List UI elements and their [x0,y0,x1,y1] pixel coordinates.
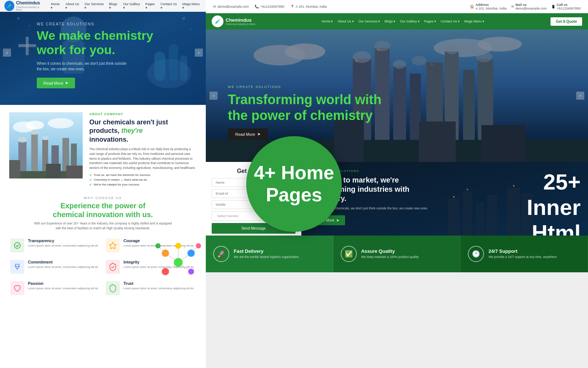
left-logo-text-wrap: Chemindus Chemical Industry & More [16,1,44,11]
nav-home[interactable]: Home ▾ [51,2,62,10]
assure-quality-desc: We keep maintain a 100% product quality [361,255,419,259]
rnav-services[interactable]: Our Services ▾ [358,20,380,23]
left-hero-next[interactable]: › [195,49,203,57]
fast-delivery-title: Fast Delivery [234,248,300,254]
call-icon: 📱 [551,5,555,8]
bubble-text: 4+ Home Pages [254,162,334,206]
support-desc: We provide a 24/7 support at any time, a… [488,255,557,259]
right-topbar-right: 🏠 Address A 101, Mumbai, India ✉ Mail us… [470,3,581,10]
check-1: ✔Trust us, we have the elements for succ… [89,173,197,177]
rnav-home[interactable]: Home ▾ [322,20,333,23]
right-hero-title-green: chemistry [310,108,373,123]
address-label: Address [476,3,507,7]
nav-gallery[interactable]: Our Gallery ▾ [123,2,142,10]
svg-point-23 [18,137,27,143]
transparency-icon [10,238,24,252]
call-label: Call us [557,3,581,7]
rnav-about[interactable]: About Us ▾ [337,20,354,23]
commitment-title: Commitment [28,260,98,264]
rnav-gallery[interactable]: Our Gallery ▾ [400,20,420,23]
left-nav-links: Home ▾ About Us ▾ Our Services ▾ Blogs ▾… [51,2,201,10]
topbar-mail-label: ✉ Mail us demo@example.com [511,3,547,10]
rnav-mega[interactable]: Mega Menu ▾ [464,20,484,23]
right-topbar: ✉ demo@example.com 📞 +911234567890 📍 A 1… [206,0,588,13]
check-2: ✔Chemistry in motion — that's what we do… [89,178,197,182]
about-title: Our chemicals aren't just products, they… [89,118,197,144]
rnav-pages[interactable]: Pages ▾ [424,20,436,23]
assure-quality-title: Assure Quality [361,248,419,254]
read-more-arrow: ➤ [65,81,68,85]
feature-support: 🕐 24/7 Support We provide a 24/7 support… [460,236,588,272]
right-hero-next[interactable]: › [576,92,584,100]
integrity-icon [106,260,120,274]
svg-point-16 [48,118,74,128]
courage-icon [106,238,120,252]
right-hero-arrow: ➤ [257,132,261,137]
molecule-decoration [154,238,202,286]
about-checks: ✔Trust us, we have the elements for succ… [89,173,197,187]
nav-mega[interactable]: Mega Menu ▾ [182,2,201,10]
passion-title: Passion [28,281,98,286]
svg-point-46 [196,243,201,248]
right-about-btn-arrow: ➤ [336,218,339,222]
call-detail: Call us +911234567890 [557,3,581,10]
right-logo-icon: 🧪 [212,15,223,27]
left-hero-prev[interactable]: ‹ [3,49,11,57]
value-transparency: Transparency Lorem ipsum dolor sit amet,… [7,235,103,256]
nav-services[interactable]: Our Services ▾ [85,2,105,10]
address-detail: Address A 101, Mumbai, India [476,3,507,10]
values-grid: Transparency Lorem ipsum dolor sit amet,… [0,235,206,299]
svg-point-24 [31,130,38,135]
topbar-email: ✉ demo@example.com [213,5,249,8]
transparency-desc: Lorem ipsum dolor sit amet, consectetur … [28,244,98,248]
left-about-text: ABOUT COMPANY Our chemicals aren't just … [89,112,197,187]
left-about-image [9,112,83,178]
right-hero-read-more-btn[interactable]: Read More ➤ [228,128,268,140]
why-title: Experience the power of chemical innovat… [9,201,197,219]
bubble-line2: Pages [266,184,322,205]
trust-icon [106,281,120,295]
get-quote-btn[interactable]: Get A Quote [551,17,582,26]
svg-rect-28 [46,164,61,178]
right-about-content: We Create Solutions From lab to market, … [301,162,588,236]
right-hero-prev[interactable]: ‹ [209,92,218,100]
commitment-content: Commitment Lorem ipsum dolor sit amet, c… [28,260,98,269]
left-logo-icon: 🧪 [4,1,14,11]
svg-point-43 [188,269,194,275]
left-hero-sub: When it comes to chemicals, we don't jus… [37,61,132,72]
svg-point-39 [174,258,183,267]
rnav-contact[interactable]: Contact Us ▾ [441,20,460,23]
topbar-address-value: A 101, Mumbai, India [296,5,327,8]
mail-detail: Mail us demo@example.com [516,3,547,10]
right-hero-title-2: the power of [228,108,310,123]
mail-label: Mail us [516,3,547,7]
why-title-1: Experience the power of [60,202,145,210]
feature-assure-quality: ✅ Assure Quality We keep maintain a 100%… [333,236,461,272]
right-topbar-left: ✉ demo@example.com 📞 +911234567890 📍 A 1… [213,5,327,8]
right-hero-nav: ‹ › [206,92,588,100]
nav-blogs[interactable]: Blogs ▾ [109,2,119,10]
commitment-icon [10,260,24,274]
left-hero-read-more-btn[interactable]: Read More ➤ [37,78,75,88]
bubble-line1: 4+ Home [254,162,334,183]
left-hero-btn-label: Read More [43,81,63,85]
left-logo: 🧪 Chemindus Chemical Industry & More [4,1,44,11]
mail-val: demo@example.com [516,7,547,10]
rnav-blogs[interactable]: Blogs ▾ [384,20,395,23]
topbar-address-label: 🏠 Address A 101, Mumbai, India [470,3,507,10]
svg-point-30 [14,243,20,248]
support-text: 24/7 Support We provide a 24/7 support a… [488,248,557,259]
trust-desc: Lorem ipsum dolor sit amet, consectetur … [123,287,194,291]
why-tag: WHY CHOOSE US [9,196,197,200]
check-3: ✔We're the catalyst for your success. [89,183,197,187]
nav-pages[interactable]: Pages ▾ [146,2,157,10]
fast-delivery-icon: 🚀 [213,246,229,262]
left-panel: 🧪 Chemindus Chemical Industry & More Hom… [0,0,206,368]
left-hero-tag: WE CREATE SOLUTIONS [37,22,153,26]
feature-fast-delivery: 🚀 Fast Delivery We are the worlds fastes… [206,236,333,272]
why-title-green: chemical innovation [53,210,123,219]
logo-letter: 🧪 [7,4,11,8]
nav-contact[interactable]: Contact Us ▾ [161,2,179,10]
about-tag: ABOUT COMPANY [89,112,197,116]
nav-about[interactable]: About Us ▾ [65,2,81,10]
